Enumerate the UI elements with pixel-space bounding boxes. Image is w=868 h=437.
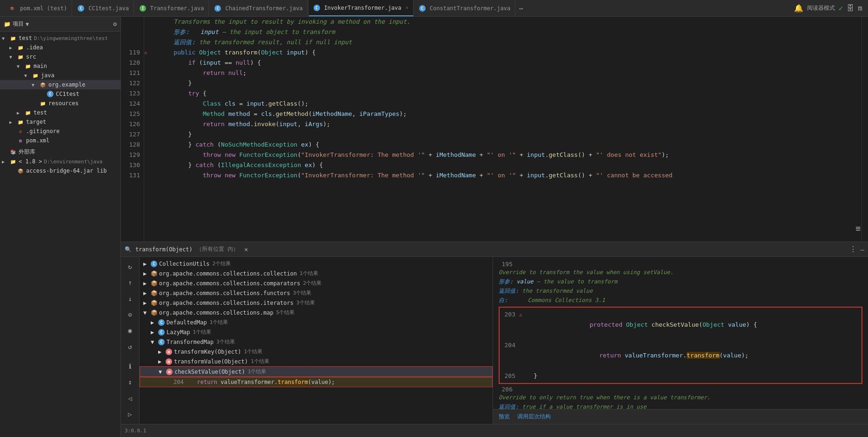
tab-cc1[interactable]: C CC1test.java [73,0,134,16]
tab-chained[interactable]: C ChainedTransformer.java [210,0,307,16]
database-icon[interactable]: 🗄 [847,4,854,13]
search-result-lazymap[interactable]: ▶ C LazyMap 1个结果 [140,327,493,337]
preview-linenum-204: 204 [501,342,515,349]
tree-path-jdk: D:\environment\java [44,159,103,165]
tree-label-java: java [41,72,54,79]
search-panel-close[interactable]: × [244,246,248,253]
search-result-functors[interactable]: ▶ 📦 org.apache.commons.collections.funct… [140,288,493,298]
tree-arrow-target: ▶ [9,120,17,125]
tab-transformer[interactable]: I Transformer.java [135,0,209,16]
tree-label-gitignore: .gitignore [26,128,60,134]
code-content[interactable]: Transforms the input to result by invoki… [154,17,861,242]
sidebar-dropdown-icon[interactable]: ▼ [26,21,29,27]
reader-mode-btn[interactable]: 阅读器模式 [807,4,835,12]
tree-item-target[interactable]: ▶ 📁 target [0,117,120,127]
tree-item-src[interactable]: ▼ 📁 src [0,52,120,61]
tree-label-jdk: < 1.8 > [19,158,42,165]
tree-item-org-example[interactable]: ▼ 📦 org.example [0,80,120,89]
settings-btn[interactable]: ↕ [124,376,137,388]
tree-label-target: target [26,119,46,125]
info-btn[interactable]: ℹ [124,360,137,372]
search-result-map[interactable]: ▼ 📦 org.apache.commons.collections.map 5… [140,308,493,317]
preview-linenum-205: 205 [501,372,515,379]
search-result-checksetvalue[interactable]: ▼ m checkSetValue(Object) 1个结果 [140,366,493,377]
arrow-left-btn[interactable]: ◁ [124,392,137,404]
panel-controls: ⋮ — [849,245,864,254]
tab-pom-label: pom.xml (test) [20,5,67,12]
tree-item-extlibs[interactable]: 📚 外部库 [0,147,120,157]
search-result-line-204[interactable]: 204 return valueTransformer.transform(va… [140,377,493,387]
tree-item-resources[interactable]: 📁 resources [0,99,120,108]
folder-icon-java: 📁 [32,72,39,79]
tree-item-pom[interactable]: m pom.xml [0,136,120,145]
search-result-transformvalue[interactable]: ▶ m transformValue(Object) 1个结果 [140,356,493,366]
content-area: 119 120 121 122 123 124 125 126 127 128 … [121,17,868,437]
preview-btn[interactable]: 预览 [499,413,510,421]
search-result-transformkey[interactable]: ▶ m transformKey(Object) 1个结果 [140,347,493,356]
code-line-125: Method method = cls.getMethod(iMethodNam… [159,109,856,119]
preview-doc-4: 自: Commons Collections 3.1 [499,296,862,305]
search-result-collection[interactable]: ▶ 📦 org.apache.commons.collections.colle… [140,269,493,278]
icon-transformkey: m [166,349,172,355]
search-result-collectionutils[interactable]: ▶ C CollectionUtils 2个结果 [140,259,493,269]
label-transformvalue: transformValue(Object) [174,358,248,365]
icon-comparators: 📦 [151,280,157,287]
tree-item-jdk[interactable]: ▶ 📁 < 1.8 > D:\environment\java [0,157,120,166]
expand-up-btn[interactable]: ↑ [124,276,137,289]
tree-item-main[interactable]: ▼ 📁 main [0,61,120,71]
search-result-iterators[interactable]: ▶ 📦 org.apache.commons.collections.itera… [140,298,493,308]
panel-minimize-icon[interactable]: — [861,246,864,253]
arrow-right-btn[interactable]: ▷ [124,408,137,420]
tree-item-jar[interactable]: 📦 access-bridge-64.jar lib [0,166,120,175]
tab-pom[interactable]: m pom.xml (test) [4,0,72,16]
tab-invoker[interactable]: C InvokerTransformer.java × [309,0,414,16]
icon-checksetvalue: m [166,369,173,375]
editor-scrollbar[interactable] [861,17,868,242]
search-result-comparators[interactable]: ▶ 📦 org.apache.commons.collections.compa… [140,278,493,288]
bottom-content: ↻ ↑ ↓ ⊙ ◉ ↺ ℹ ↕ ◁ ▷ ▶ C [121,257,868,424]
check-icon[interactable]: ✓ [839,4,843,13]
code-line-119: public Object transform(Object input) { [159,47,856,58]
icon-transformedmap: C [158,339,165,345]
tree-arrow-idea: ▶ [9,45,17,50]
bell-icon[interactable]: 🔔 [794,4,803,13]
line-numbers: 119 120 121 122 123 124 125 126 127 128 … [121,17,144,242]
count-lazymap: 1个结果 [193,329,212,336]
tree-label-test-src: test [33,109,47,116]
eye-btn[interactable]: ◉ [124,324,137,336]
tree-item-cc1test[interactable]: C CC1test [0,89,120,99]
folder-icon-jdk: 📁 [9,158,17,165]
tree-label-idea: .idea [26,44,43,51]
tab-invoker-close[interactable]: × [406,5,408,10]
preview-content[interactable]: 195 Override to transform the value when… [493,257,868,409]
tab-constant[interactable]: C ConstantTransformer.java [414,0,515,16]
label-defaultedmap: DefaultedMap [167,319,207,326]
sidebar-gear-icon[interactable]: ⚙ [113,20,117,27]
tree-arrow-main: ▼ [17,64,24,69]
tree-item-java[interactable]: ▼ 📁 java [0,71,120,80]
refresh-btn[interactable]: ↻ [124,261,137,273]
tree-item-idea[interactable]: ▶ 📁 .idea [0,43,120,52]
call-hierarchy-btn[interactable]: 调用层次结构 [517,413,551,421]
folder-icon-src: 📁 [17,53,24,61]
panel-more-icon[interactable]: ⋮ [849,245,857,254]
tree-item-gitignore[interactable]: ⊘ .gitignore [0,127,120,136]
search-result-transformedmap[interactable]: ▼ C TransformedMap 3个结果 [140,337,493,347]
tree-item-test-src[interactable]: ▶ 📁 test [0,108,120,117]
icon-transformvalue: m [166,358,172,365]
search-result-defaultedmap[interactable]: ▶ C DefaultedMap 1个结果 [140,317,493,327]
tab-invoker-label: InvokerTransformer.java [324,5,401,11]
doc-line-2: 形参: input – the input object to transfor… [159,27,856,37]
label-checksetvalue: checkSetValue(Object) [174,369,245,375]
tab-overflow-btn[interactable]: ⋯ [516,5,526,12]
filter-btn[interactable]: ⊙ [124,309,137,321]
code-line-128: } catch (NoSuchMethodException ex) { [159,140,856,150]
tree-item-test[interactable]: ▼ 📁 test D:\yingwenmingthree\test [0,34,120,43]
search-icon: 🔍 [125,246,132,253]
undo-btn[interactable]: ↺ [124,340,137,352]
preview-doc-5: Override to only return true when there … [499,393,862,402]
tree-label-test: test [19,35,32,41]
icon-defaultedmap: C [158,319,165,326]
code-line-123: try { [159,88,856,99]
expand-down-btn[interactable]: ↓ [124,293,137,305]
